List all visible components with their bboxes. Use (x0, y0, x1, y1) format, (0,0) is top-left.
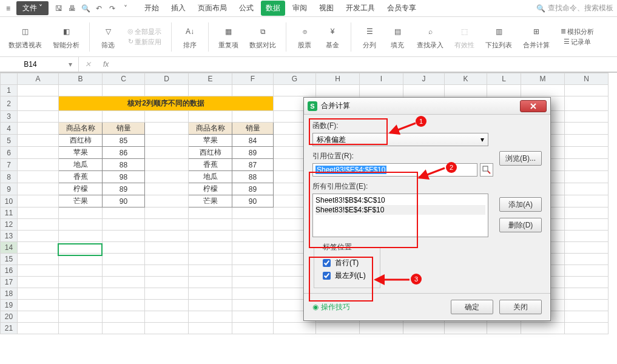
row-header[interactable]: 2 (1, 96, 18, 111)
col-header[interactable]: B (59, 73, 103, 85)
cell[interactable]: 香蕉 (189, 159, 232, 171)
cell[interactable] (565, 242, 609, 254)
tab-insert[interactable]: 插入 (166, 1, 190, 16)
cell[interactable] (565, 123, 609, 135)
cell[interactable] (145, 219, 189, 231)
cell[interactable] (103, 231, 145, 242)
cell[interactable] (274, 323, 316, 334)
ribbon-fund[interactable]: ¥基金 (320, 24, 345, 50)
cell[interactable] (232, 265, 274, 277)
cell[interactable] (145, 231, 189, 242)
cell[interactable]: 销量 (232, 123, 274, 135)
cell[interactable] (18, 288, 59, 300)
col-header[interactable]: G (274, 73, 316, 85)
cell[interactable] (145, 254, 189, 265)
left-col-input[interactable] (323, 272, 331, 280)
cell[interactable] (103, 219, 145, 231)
chevron-down-icon[interactable]: ˅ (121, 4, 130, 13)
cell[interactable]: 85 (103, 135, 145, 147)
cell[interactable] (189, 300, 232, 311)
row-header[interactable]: 9 (1, 183, 18, 195)
cell[interactable]: 88 (103, 159, 145, 171)
cell[interactable] (59, 311, 103, 323)
cell[interactable]: 商品名称 (59, 123, 103, 135)
cancel-formula-icon[interactable]: ✕ (79, 60, 97, 69)
ok-button[interactable]: 确定 (451, 300, 493, 314)
cell[interactable] (189, 323, 232, 334)
dialog-close-button[interactable] (520, 100, 547, 112)
cell[interactable]: 西红柿 (189, 147, 232, 159)
cell[interactable] (445, 323, 487, 334)
ribbon-filter[interactable]: ▽筛选 (96, 24, 120, 50)
cell[interactable]: 地瓜 (59, 159, 103, 171)
ribbon-pivot[interactable]: ◫数据透视表 (5, 24, 46, 50)
cell[interactable] (189, 265, 232, 277)
cell[interactable] (189, 231, 232, 242)
cell[interactable] (189, 207, 232, 219)
select-all-corner[interactable] (1, 73, 18, 85)
cell[interactable] (59, 231, 103, 242)
cell[interactable]: 86 (103, 147, 145, 159)
list-item[interactable]: Sheet83!$E$4:$F$10 (315, 205, 485, 215)
cell[interactable] (232, 85, 274, 96)
cell[interactable] (59, 254, 103, 265)
cell[interactable] (360, 85, 403, 96)
ribbon-datacompare[interactable]: ⧉数据对比 (246, 24, 280, 50)
ribbon-findinput[interactable]: ⌕查找录入 (413, 24, 447, 50)
tab-devtools[interactable]: 开发工具 (341, 1, 380, 16)
cell[interactable] (145, 147, 189, 159)
cell[interactable] (487, 85, 521, 96)
chevron-down-icon[interactable]: ▾ (69, 60, 72, 69)
cell[interactable] (232, 242, 274, 254)
cell[interactable]: 西红柿 (59, 135, 103, 147)
cell[interactable] (565, 311, 609, 323)
ribbon-fill[interactable]: ▤填充 (385, 24, 410, 50)
cell[interactable]: 销量 (103, 123, 145, 135)
row-header[interactable]: 19 (1, 300, 18, 311)
range-picker-icon[interactable] (480, 163, 493, 177)
row-header[interactable]: 15 (1, 254, 18, 265)
cell[interactable] (189, 111, 232, 123)
preview-icon[interactable]: 🔍 (81, 4, 90, 13)
cell[interactable] (18, 242, 59, 254)
print-icon[interactable]: 🖶 (67, 4, 77, 13)
ribbon-whatif[interactable]: ≣模拟分析 ☰记录单 (557, 27, 598, 47)
col-header[interactable]: F (232, 73, 274, 85)
cell[interactable] (189, 311, 232, 323)
ribbon-sort[interactable]: A↓排序 (178, 24, 202, 50)
cell[interactable] (103, 242, 145, 254)
row-header[interactable]: 11 (1, 207, 18, 219)
cell[interactable] (445, 85, 487, 96)
cell[interactable] (145, 135, 189, 147)
cell[interactable]: 90 (103, 195, 145, 207)
cell[interactable] (18, 207, 59, 219)
cell[interactable] (103, 277, 145, 288)
cell[interactable]: 84 (232, 135, 274, 147)
cell[interactable] (232, 300, 274, 311)
cell[interactable] (103, 323, 145, 334)
cell[interactable] (565, 207, 609, 219)
cell[interactable] (59, 111, 103, 123)
cell[interactable] (145, 85, 189, 96)
add-button[interactable]: 添加(A) (499, 197, 542, 212)
redo-icon[interactable]: ↷ (107, 4, 117, 13)
cell[interactable] (18, 323, 59, 334)
close-button[interactable]: 关闭 (499, 300, 542, 314)
cell[interactable] (59, 265, 103, 277)
cell[interactable] (59, 85, 103, 96)
cell[interactable] (565, 159, 609, 171)
cell[interactable]: 芒果 (59, 195, 103, 207)
save-icon[interactable]: 🖫 (54, 4, 64, 13)
cell[interactable] (232, 311, 274, 323)
delete-button[interactable]: 删除(D) (499, 218, 542, 232)
cell[interactable] (565, 96, 609, 111)
cell[interactable] (565, 254, 609, 265)
cell[interactable] (18, 159, 59, 171)
cell[interactable] (232, 254, 274, 265)
first-row-checkbox[interactable]: 首行(T) (320, 257, 374, 269)
cell[interactable] (59, 242, 103, 254)
cell[interactable] (360, 323, 403, 334)
cell[interactable] (145, 300, 189, 311)
cell[interactable] (103, 254, 145, 265)
cell[interactable] (145, 242, 189, 254)
